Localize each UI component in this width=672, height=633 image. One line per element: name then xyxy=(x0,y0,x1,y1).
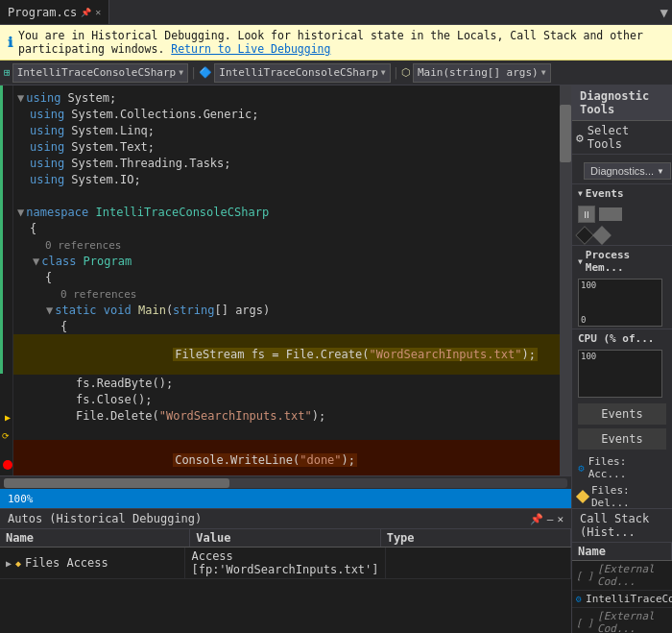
pin-icon: 📌 xyxy=(81,8,91,17)
events-label: Events xyxy=(586,187,624,200)
return-to-live-link[interactable]: Return to Live Debugging xyxy=(171,42,330,56)
process-mem-triangle-icon: ▼ xyxy=(578,257,583,266)
process-mem-label: Process Mem... xyxy=(586,249,666,274)
cpu-chart-container: 100 xyxy=(578,350,662,398)
code-line: { xyxy=(13,220,560,236)
chart-container: 100 0 xyxy=(578,279,662,327)
tab-program-cs[interactable]: Program.cs 📌 ✕ xyxy=(0,0,109,24)
autos-panel-header: Autos (Historical Debugging) 📌 — ✕ xyxy=(0,509,571,529)
code-line: using System.Text; xyxy=(13,138,560,155)
zoom-level: 100% xyxy=(8,493,34,505)
namespace-icon: ⊞ xyxy=(4,66,11,79)
minimize-icon[interactable]: — xyxy=(547,513,554,525)
code-line: using System.Threading.Tasks; xyxy=(13,155,560,171)
callstack-panel: Call Stack (Hist... Name [ ] [External C… xyxy=(571,509,672,633)
collapse-panel-icon[interactable]: ▼ xyxy=(660,5,668,20)
select-tools-label[interactable]: Select Tools xyxy=(588,124,668,151)
class-dropdown[interactable]: IntelliTraceConsoleCSharp ▼ xyxy=(214,63,390,83)
files-delete-label: Files: Del... xyxy=(591,484,666,508)
horizontal-scrollbar[interactable] xyxy=(4,478,567,488)
collapse-icon[interactable]: ▼ xyxy=(17,91,24,105)
pause-button[interactable]: ⏸ xyxy=(578,206,595,223)
files-delete-item[interactable]: Files: Del... xyxy=(572,482,672,508)
code-line: 0 references xyxy=(13,236,560,253)
cpu-section-header: CPU (% of... xyxy=(572,329,672,348)
autos-table-header: Name Value Type xyxy=(0,529,571,548)
info-icon: ℹ xyxy=(8,35,12,50)
events-controls: ⏸ xyxy=(572,203,672,226)
editor-area: ▶ ⟳ ▼ using System; using System.Collect… xyxy=(0,85,571,508)
events-section-header: ▼ Events xyxy=(572,183,672,203)
row-value-cell: Access [fp:'WordSearchInputs.txt'] xyxy=(185,548,385,578)
method-dropdown[interactable]: Main(string[] args) ▼ xyxy=(413,63,551,83)
diagnostics-btn-area: Diagnostics... ▼ xyxy=(572,155,672,183)
namespace-value: IntelliTraceConsoleCSharp xyxy=(17,66,177,79)
files-access-label: Files: Acc... xyxy=(588,455,666,480)
code-line xyxy=(13,424,560,440)
code-line: fs.Close(); xyxy=(13,391,560,407)
code-line: File.Delete("WordSearchInputs.txt"); xyxy=(13,407,560,424)
class-icon: 🔷 xyxy=(199,66,212,79)
code-line-filestream: FileStream fs = File.Create("WordSearchI… xyxy=(13,334,560,375)
row-name: Files Access xyxy=(25,556,108,570)
col-type: Type xyxy=(381,529,571,547)
expand-row-icon[interactable]: ▶ xyxy=(6,558,12,569)
collapse-class-icon[interactable]: ▼ xyxy=(33,255,39,268)
code-scroll[interactable]: ▼ using System; using System.Collections… xyxy=(13,85,571,475)
callstack-title: Call Stack (Hist... xyxy=(580,512,664,539)
row-type-cell xyxy=(386,548,571,578)
close-tab-button[interactable]: ✕ xyxy=(95,7,101,17)
code-line: using System.Linq; xyxy=(13,122,560,138)
chart-bottom-value: 0 xyxy=(581,315,586,325)
close-panel-icon[interactable]: ✕ xyxy=(557,513,564,525)
callstack-item-1[interactable]: ⚙ IntelliTraceCo... xyxy=(572,591,672,608)
gear-icon: ⚙ xyxy=(576,131,584,145)
row-name-cell: ▶ ◆ Files Access xyxy=(0,548,185,578)
autos-title: Autos (Historical Debugging) xyxy=(8,512,202,525)
collapse-method-icon[interactable]: ▼ xyxy=(46,304,53,317)
events-box1: Events xyxy=(578,403,666,425)
events-triangle-icon: ▼ xyxy=(578,189,583,198)
left-gutter: ▶ ⟳ xyxy=(0,85,13,475)
method-value: Main(string[] args) xyxy=(418,66,539,79)
callstack-label-2: [External Cod... xyxy=(597,610,668,633)
diamond-right-icon[interactable] xyxy=(592,226,612,245)
execution-arrow: ▶ xyxy=(5,412,11,423)
h-scroll-thumb[interactable] xyxy=(4,478,229,488)
files-access-item[interactable]: ⚙ Files: Acc... xyxy=(572,453,672,482)
table-row[interactable]: ▶ ◆ Files Access Access [fp:'WordSearchI… xyxy=(0,548,571,579)
process-mem-chart: 100 0 xyxy=(572,277,672,329)
chevron-down-icon: ▼ xyxy=(657,167,664,176)
code-line: using System.Collections.Generic; xyxy=(13,106,560,122)
cpu-chart-top: 100 xyxy=(581,352,596,361)
scroll-thumb[interactable] xyxy=(560,105,571,162)
files-access-icon: ⚙ xyxy=(578,462,585,475)
callstack-header: Call Stack (Hist... xyxy=(572,509,672,543)
callstack-column-header: Name xyxy=(572,543,672,561)
diamond-left-icon[interactable] xyxy=(575,226,594,245)
events-box2: Events xyxy=(578,428,666,450)
chart-top-value: 100 xyxy=(581,280,596,290)
vertical-scrollbar[interactable] xyxy=(560,85,571,475)
editor-bottom xyxy=(0,475,571,489)
process-mem-header: ▼ Process Mem... xyxy=(572,245,672,277)
col-name: Name xyxy=(0,529,190,547)
separator2: | xyxy=(393,66,399,80)
class-value: IntelliTraceConsoleCSharp xyxy=(219,66,378,79)
info-bar: ℹ You are in Historical Debugging. Look … xyxy=(0,25,672,61)
tab-label: Program.cs xyxy=(8,6,77,19)
callstack-item-0[interactable]: [ ] [External Cod... xyxy=(572,561,672,591)
files-delete-icon xyxy=(576,490,589,503)
diagnostics-button[interactable]: Diagnostics... ▼ xyxy=(584,162,671,180)
callstack-item-2[interactable]: [ ] [External Cod... xyxy=(572,608,672,633)
cpu-chart: 100 xyxy=(572,348,672,400)
diagnostic-tools-header: Diagnostic Tools xyxy=(572,85,672,121)
code-line xyxy=(13,187,560,204)
diagnostic-tools-panel: Diagnostic Tools ⚙ Select Tools Diagnost… xyxy=(571,85,672,508)
code-line: fs.ReadByte(); xyxy=(13,375,560,391)
namespace-dropdown[interactable]: IntelliTraceConsoleCSharp ▼ xyxy=(12,63,188,83)
pin-icon[interactable]: 📌 xyxy=(530,513,543,525)
code-line: 0 references xyxy=(13,285,560,302)
panel-header-icons: 📌 — ✕ xyxy=(530,513,564,525)
collapse-namespace-icon[interactable]: ▼ xyxy=(17,206,24,219)
